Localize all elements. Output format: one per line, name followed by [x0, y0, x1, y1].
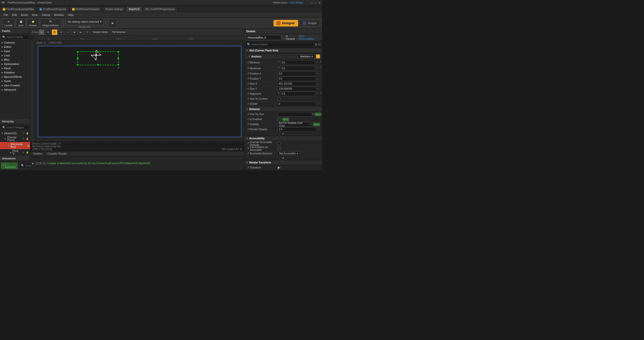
- palette-item-special-effects[interactable]: ▶ Special Effects: [0, 75, 30, 79]
- view-btn-2[interactable]: ■: [45, 29, 51, 35]
- window-minimize[interactable]: —: [310, 1, 313, 4]
- render-opacity-reset-btn[interactable]: ↺: [246, 128, 250, 131]
- tab-character[interactable]: FirstPersonCharacter: [69, 6, 102, 12]
- window-maximize[interactable]: □: [315, 1, 316, 4]
- hierarchy-search-box[interactable]: 🔍: [1, 125, 29, 130]
- render-opacity-reset[interactable]: ↺: [316, 128, 320, 131]
- size-x-reset-btn[interactable]: ↺: [246, 82, 250, 86]
- is-variable-checkbox[interactable]: ✓: [282, 36, 285, 39]
- tab-projectile[interactable]: FirstPersonProjectile: [37, 6, 69, 12]
- maximum-x-reset[interactable]: ↺: [315, 66, 319, 70]
- tooltip-input[interactable]: [277, 112, 312, 117]
- palette-search-input[interactable]: [7, 36, 27, 39]
- compile-button[interactable]: ⚙ Compile: [2, 19, 15, 28]
- palette-item-misc[interactable]: ▶ Misc: [0, 58, 30, 62]
- palette-item-optimization[interactable]: ▶ Optimization: [0, 62, 30, 66]
- transform-expand[interactable]: ▶: [277, 166, 280, 169]
- palette-search-box[interactable]: 🔍: [1, 35, 29, 40]
- details-search-box[interactable]: 🔍: [246, 42, 314, 47]
- slot-section-header[interactable]: ▼ Slot (Canvas Panel Slot): [244, 48, 322, 53]
- visibility-reset-btn[interactable]: ↺: [246, 123, 250, 126]
- view-btn-4[interactable]: 4: [65, 29, 70, 35]
- position-x-reset-btn[interactable]: ↺: [246, 72, 250, 76]
- handle-br[interactable]: [117, 64, 119, 65]
- anchors-reset-btn[interactable]: ↺: [316, 54, 320, 58]
- behavior-expand-btn[interactable]: ▼: [282, 132, 285, 135]
- palette-item-panel[interactable]: ▶ Panel: [0, 66, 30, 71]
- view-btn-grid[interactable]: ⊞: [58, 29, 64, 35]
- menu-debug[interactable]: Debug: [40, 12, 52, 18]
- maximum-reset-btn[interactable]: ↺: [246, 66, 250, 70]
- tab-mainhud[interactable]: MainHUD: [126, 6, 142, 12]
- add-animation-button[interactable]: + + Animation: [1, 162, 18, 169]
- render-transform-section-header[interactable]: ▼ Render Transform: [244, 160, 322, 165]
- play-button[interactable]: ▶: [108, 19, 117, 28]
- menu-asset[interactable]: Asset: [19, 12, 30, 18]
- palette-item-input[interactable]: ▶ Input: [0, 49, 30, 53]
- graph-toggle-button[interactable]: Graph: [299, 20, 320, 26]
- view-btn-fullscreen[interactable]: ⊞: [85, 29, 90, 35]
- hierarchy-search-input[interactable]: [7, 126, 27, 129]
- details-collapse-icon[interactable]: ⊟: [318, 43, 320, 46]
- accessible-behavior-dropdown[interactable]: Not Accessible ▾: [277, 152, 300, 155]
- alignment-reset-btn[interactable]: ↺: [246, 92, 250, 96]
- zorder-reset-btn[interactable]: ↺: [246, 102, 250, 106]
- align-x-reset[interactable]: ↺: [315, 92, 319, 95]
- palette-item-advanced[interactable]: ▶ Advanced: [0, 88, 30, 92]
- visibility-bind-button[interactable]: Bind: [313, 123, 320, 126]
- handle-tl[interactable]: [77, 51, 78, 53]
- accessible-behavior-reset-btn[interactable]: ↺: [246, 152, 250, 155]
- handle-tr[interactable]: [117, 51, 119, 53]
- bottom-tab-timeline[interactable]: Timeline: [30, 151, 45, 156]
- details-expand-icon[interactable]: ⊞: [315, 43, 317, 46]
- mainhud-lock-btn[interactable]: 🔒: [25, 131, 29, 135]
- canvas-viewport[interactable]: 0 500 1000 1500 2000 Zoom -2 1,454 x 410: [30, 36, 244, 151]
- handle-tc[interactable]: [97, 51, 99, 53]
- menu-help[interactable]: Help: [66, 12, 75, 18]
- pos-x-reset[interactable]: ↺: [316, 72, 320, 76]
- palette-item-editor[interactable]: ▶ Editor: [0, 45, 30, 49]
- anchors-subsection-header[interactable]: ▼ Anchors Anchors ▾ ↺: [244, 53, 322, 60]
- position-x-input[interactable]: [277, 72, 316, 76]
- palette-item-user-created[interactable]: ▶ User Created: [0, 83, 30, 88]
- can-children-accessible-checkbox[interactable]: ✓: [277, 147, 280, 150]
- view-btn-r[interactable]: R: [52, 29, 57, 35]
- pos-y-reset[interactable]: ↺: [316, 77, 320, 81]
- screen-size-dropdown[interactable]: Screen Size▾: [91, 29, 109, 35]
- tooltip-reset-btn[interactable]: ↺: [246, 113, 250, 116]
- size-y-reset-btn[interactable]: ↺: [246, 87, 250, 91]
- render-opacity-input[interactable]: [277, 127, 316, 132]
- hbox-eye-btn[interactable]: 👁: [23, 144, 26, 147]
- accessibility-section-header[interactable]: ▼ Accessibility: [244, 136, 322, 141]
- is-enabled-reset-btn[interactable]: ↺: [246, 118, 250, 121]
- size-x-input[interactable]: [277, 82, 316, 86]
- hierarchy-item-text[interactable]: ▶ [Text] '0' 👁 🔒: [0, 149, 30, 156]
- selected-widget-hbox[interactable]: [77, 51, 119, 65]
- override-accessible-reset-btn[interactable]: ↺: [246, 142, 250, 145]
- widget-name-input[interactable]: [246, 35, 281, 40]
- widget-canvas[interactable]: ⊕: [38, 46, 242, 137]
- hbox-lock-btn[interactable]: 🔒: [27, 144, 30, 147]
- menu-view[interactable]: View: [30, 12, 40, 18]
- palette-item-lists[interactable]: ▶ Lists: [0, 53, 30, 58]
- designer-toggle-button[interactable]: Designer: [273, 20, 298, 26]
- zorder-reset[interactable]: ↺: [316, 102, 320, 106]
- menu-window[interactable]: Window: [52, 12, 66, 18]
- text-eye-btn[interactable]: 👁: [21, 151, 25, 154]
- transform-reset-btn[interactable]: ↺: [246, 166, 250, 169]
- handle-bl[interactable]: [77, 64, 78, 65]
- is-enabled-checkbox[interactable]: ✓: [277, 118, 280, 121]
- view-btn-arrow-r[interactable]: ▶: [78, 29, 84, 35]
- position-y-reset-btn[interactable]: ↺: [246, 77, 250, 81]
- override-accessible-checkbox[interactable]: [277, 142, 280, 145]
- view-btn-arrow-l[interactable]: ◀: [71, 29, 77, 35]
- hierarchy-item-horizontal-box[interactable]: ▼ [Horizontal Box] 👁 🔒: [0, 142, 30, 149]
- canvas-panel-eye-btn[interactable]: 👁: [21, 137, 25, 141]
- tooltip-dropdown-arrow[interactable]: ▾: [312, 113, 314, 116]
- tab-settings[interactable]: Project Settings: [103, 6, 126, 12]
- mainhud-eye-btn[interactable]: 👁: [21, 131, 25, 135]
- handle-lc[interactable]: [77, 58, 78, 59]
- visibility-dropdown[interactable]: Not Hit-Testable (Self Only) ▾: [277, 122, 311, 127]
- size-to-content-reset-btn[interactable]: ↺: [246, 97, 250, 101]
- tooltip-bind-button[interactable]: Bind: [314, 113, 321, 116]
